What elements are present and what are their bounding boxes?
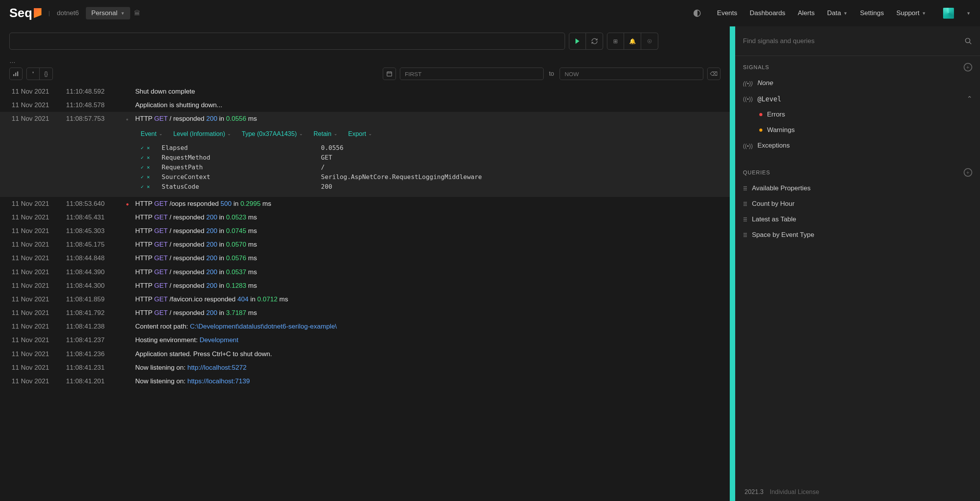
property-value: 200 xyxy=(321,183,332,190)
include-icon[interactable]: ✓ xyxy=(141,145,144,151)
event-time: 11:08:41.237 xyxy=(66,335,126,345)
event-row[interactable]: 11 Nov 2021 11:08:44.300 HTTP GET / resp… xyxy=(0,279,730,292)
exp-level-dropdown[interactable]: Level (Information) ⌄ xyxy=(173,130,231,137)
search-icon[interactable] xyxy=(964,37,972,45)
exclude-icon[interactable]: ✕ xyxy=(147,145,150,151)
refresh-button[interactable] xyxy=(586,33,603,50)
event-row[interactable]: 11 Nov 2021 11:10:48.592 Shut down compl… xyxy=(0,85,730,98)
include-icon[interactable]: ✓ xyxy=(141,155,144,160)
exp-event-dropdown[interactable]: Event ⌄ xyxy=(141,130,162,137)
event-time: 11:10:48.592 xyxy=(66,86,126,97)
query-item[interactable]: ⁝⁝⁝Space by Event Type xyxy=(735,227,980,243)
add-query-icon[interactable]: + xyxy=(964,168,972,177)
run-button[interactable] xyxy=(569,33,586,50)
chevron-down-icon: ⌄ xyxy=(334,131,337,136)
property-key: RequestPath xyxy=(162,164,321,171)
nav-links: Events Dashboards Alerts Data▼ Settings … xyxy=(693,8,971,19)
svg-rect-4 xyxy=(387,72,392,76)
event-row[interactable]: 11 Nov 2021 11:08:41.201 Now listening o… xyxy=(0,374,730,388)
event-row[interactable]: 11 Nov 2021 11:10:48.578 Application is … xyxy=(0,98,730,112)
chevron-down-icon: ⌄ xyxy=(299,131,303,136)
nav-support[interactable]: Support▼ xyxy=(896,9,926,17)
event-row[interactable]: 11 Nov 2021 11:08:45.303 HTTP GET / resp… xyxy=(0,224,730,238)
exp-retain-dropdown[interactable]: Retain ⌄ xyxy=(314,130,337,137)
query-toolbar: ⊞ 🔔 ⦾ xyxy=(0,26,730,56)
exclude-icon[interactable]: ✕ xyxy=(147,164,150,170)
event-row[interactable]: 11 Nov 2021 11:08:45.431 HTTP GET / resp… xyxy=(0,210,730,224)
calendar-button[interactable] xyxy=(383,68,396,80)
workspace-dropdown[interactable]: Personal ▼ xyxy=(86,7,130,19)
avatar[interactable] xyxy=(943,8,954,19)
signal-warnings[interactable]: Warnings xyxy=(735,122,980,138)
event-date: 11 Nov 2021 xyxy=(12,362,66,373)
query-item[interactable]: ⁝⁝⁝Latest as Table xyxy=(735,212,980,227)
broadcast-icon: ((•)) xyxy=(743,96,753,102)
quote-button[interactable]: ❜ xyxy=(26,68,40,80)
property-row[interactable]: ✓✕ SourceContext Serilog.AspNetCore.Requ… xyxy=(12,172,720,182)
exclude-icon[interactable]: ✕ xyxy=(147,184,150,190)
query-item[interactable]: ⁝⁝⁝Available Properties xyxy=(735,181,980,196)
event-date: 11 Nov 2021 xyxy=(12,308,66,318)
play-icon xyxy=(575,38,579,44)
license-text: Individual License xyxy=(770,489,819,496)
signal-none[interactable]: ((•)) None xyxy=(735,75,980,91)
event-message: HTTP GET / responded 200 in 0.0537 ms xyxy=(135,267,257,277)
sidebar-search-input[interactable] xyxy=(743,37,964,45)
event-row[interactable]: 11 Nov 2021 11:08:41.237 Hosting environ… xyxy=(0,333,730,347)
query-item[interactable]: ⁝⁝⁝Count by Hour xyxy=(735,196,980,212)
signal-exceptions[interactable]: ((•)) Exceptions xyxy=(735,138,980,153)
range-from-input[interactable] xyxy=(400,68,544,80)
bookmark-icon[interactable]: 🏛 xyxy=(134,10,140,17)
theme-toggle-icon[interactable] xyxy=(693,9,701,17)
exclude-icon[interactable]: ✕ xyxy=(147,174,150,180)
include-icon[interactable]: ✓ xyxy=(141,164,144,170)
chart-toggle-button[interactable] xyxy=(9,68,23,80)
include-icon[interactable]: ✓ xyxy=(141,184,144,190)
add-signal-button[interactable]: ⦾ xyxy=(641,33,658,50)
nav-events[interactable]: Events xyxy=(717,9,737,17)
property-row[interactable]: ✓✕ StatusCode 200 xyxy=(12,182,720,191)
exclude-icon[interactable]: ✕ xyxy=(147,155,150,160)
event-row[interactable]: 11 Nov 2021 11:08:44.848 HTTP GET / resp… xyxy=(0,251,730,265)
event-time: 11:08:44.300 xyxy=(66,280,126,291)
event-row[interactable]: 11 Nov 2021 11:08:41.236 Application sta… xyxy=(0,347,730,361)
event-row[interactable]: 11 Nov 2021 11:08:44.390 HTTP GET / resp… xyxy=(0,265,730,279)
range-to-input[interactable] xyxy=(560,68,703,80)
breadcrumb-separator: | xyxy=(49,10,50,16)
property-row[interactable]: ✓✕ Elapsed 0.0556 xyxy=(12,143,720,153)
logo[interactable]: Seq xyxy=(9,6,42,20)
add-signal-icon[interactable]: + xyxy=(964,63,972,71)
event-row[interactable]: 11 Nov 2021 11:08:41.859 HTTP GET /favic… xyxy=(0,292,730,306)
chevron-down-icon[interactable]: ▼ xyxy=(966,11,971,16)
property-value: 0.0556 xyxy=(321,144,344,151)
nav-data[interactable]: Data▼ xyxy=(827,9,847,17)
exp-export-dropdown[interactable]: Export ⌄ xyxy=(348,130,372,137)
event-row[interactable]: 11 Nov 2021 11:08:53.640 HTTP GET /oops … xyxy=(0,197,730,210)
property-value: / xyxy=(321,164,325,171)
signal-errors[interactable]: Errors xyxy=(735,107,980,122)
event-row[interactable]: 11 Nov 2021 11:08:57.753 HTTP GET / resp… xyxy=(0,112,730,125)
add-dashboard-button[interactable]: ⊞ xyxy=(607,33,624,50)
event-date: 11 Nov 2021 xyxy=(12,239,66,250)
add-alert-button[interactable]: 🔔 xyxy=(624,33,641,50)
breadcrumb[interactable]: dotnet6 xyxy=(57,9,79,17)
event-row[interactable]: 11 Nov 2021 11:08:45.175 HTTP GET / resp… xyxy=(0,238,730,251)
nav-dashboards[interactable]: Dashboards xyxy=(750,9,785,17)
property-row[interactable]: ✓✕ RequestPath / xyxy=(12,162,720,172)
query-input[interactable] xyxy=(9,33,565,50)
event-time: 11:08:57.753 xyxy=(66,113,126,124)
event-row[interactable]: 11 Nov 2021 11:08:41.231 Now listening o… xyxy=(0,361,730,374)
signal-level[interactable]: ((•)) @Level ⌃ xyxy=(735,91,980,107)
braces-button[interactable]: {} xyxy=(40,68,53,80)
table-icon: ⁝⁝⁝ xyxy=(743,200,746,208)
event-row[interactable]: 11 Nov 2021 11:08:41.238 Content root pa… xyxy=(0,320,730,333)
nav-settings[interactable]: Settings xyxy=(860,9,884,17)
event-time: 11:08:45.431 xyxy=(66,212,126,223)
event-row[interactable]: 11 Nov 2021 11:08:41.792 HTTP GET / resp… xyxy=(0,306,730,320)
query-expand-ellipsis[interactable]: … xyxy=(0,56,730,68)
exp-type-dropdown[interactable]: Type (0x37AA1435) ⌄ xyxy=(242,130,302,137)
nav-alerts[interactable]: Alerts xyxy=(798,9,814,17)
include-icon[interactable]: ✓ xyxy=(141,174,144,180)
clear-range-button[interactable]: ⌫ xyxy=(707,68,720,80)
property-row[interactable]: ✓✕ RequestMethod GET xyxy=(12,153,720,162)
